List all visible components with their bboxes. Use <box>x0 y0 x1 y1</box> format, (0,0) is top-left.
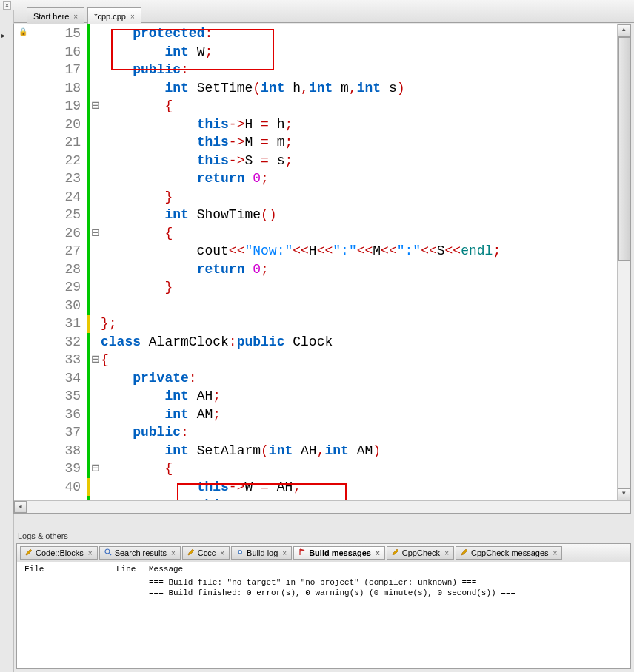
code-text[interactable]: this->H = h; <box>101 115 617 134</box>
fold-toggle-icon <box>90 406 101 424</box>
log-tab-label: Cccc <box>198 548 216 557</box>
code-line[interactable]: 37 public: <box>30 423 617 442</box>
code-text[interactable]: int SetTime(int h,int m,int s) <box>101 79 617 98</box>
code-text[interactable]: this->W = AH; <box>101 478 617 497</box>
code-line[interactable]: 29 } <box>30 278 617 297</box>
scroll-down-button[interactable]: ▾ <box>618 488 630 501</box>
line-number: 27 <box>30 242 87 261</box>
code-line[interactable]: 32 class AlarmClock:public Clock <box>30 333 617 352</box>
fold-toggle-icon <box>90 79 101 98</box>
code-line[interactable]: 23 return 0; <box>30 169 617 188</box>
log-tab[interactable]: Code::Blocks× <box>20 546 98 560</box>
code-line[interactable]: 15 protected: <box>30 24 617 43</box>
close-icon[interactable]: × <box>171 549 176 557</box>
log-tab[interactable]: Cccc× <box>182 546 230 560</box>
code-line[interactable]: 25 int ShowTime() <box>30 206 617 224</box>
code-line[interactable]: 35 int AH; <box>30 387 617 406</box>
sidebar-expand-icon[interactable]: ▸ <box>1 31 5 39</box>
code-text[interactable]: public: <box>101 423 617 442</box>
log-tab-label: Code::Blocks <box>36 548 84 557</box>
code-line[interactable]: 36 int AM; <box>30 406 617 424</box>
log-cell-line <box>116 578 149 587</box>
code-text[interactable]: { <box>101 351 617 369</box>
code-line[interactable]: 38 int SetAlarm(int AH,int AM) <box>30 442 617 460</box>
code-text[interactable]: private: <box>101 369 617 388</box>
line-number: 34 <box>30 369 87 388</box>
log-tab[interactable]: Build messages× <box>293 546 385 560</box>
code-text[interactable]: return 0; <box>101 169 617 188</box>
code-line[interactable]: 39⊟ { <box>30 460 617 478</box>
close-icon[interactable]: × <box>88 549 93 557</box>
close-icon[interactable]: × <box>130 13 135 21</box>
code-text[interactable]: int AH; <box>101 387 617 406</box>
code-text[interactable]: } <box>101 188 617 206</box>
code-line[interactable]: 21 this->M = m; <box>30 133 617 152</box>
log-tab[interactable]: CppCheck× <box>387 546 454 560</box>
scroll-left-button[interactable]: ◂ <box>14 501 27 513</box>
close-icon[interactable]: × <box>220 549 224 557</box>
fold-toggle-icon[interactable]: ⊟ <box>90 224 101 243</box>
code-text[interactable]: int AM; <box>101 406 617 424</box>
code-text[interactable]: class AlarmClock:public Clock <box>101 333 617 352</box>
code-line[interactable]: 31 }; <box>30 315 617 333</box>
code-line[interactable]: 20 this->H = h; <box>30 115 617 134</box>
editor-tab[interactable]: Start here× <box>27 7 84 25</box>
code-line[interactable]: 16 int W; <box>30 43 617 61</box>
fold-toggle-icon[interactable]: ⊟ <box>90 460 101 478</box>
code-text[interactable]: } <box>101 278 617 297</box>
editor-tab[interactable]: *cpp.cpp× <box>87 7 141 25</box>
log-tab[interactable]: Search results× <box>99 546 181 560</box>
fold-toggle-icon <box>90 369 101 388</box>
code-text[interactable]: int ShowTime() <box>101 206 617 224</box>
code-text[interactable]: }; <box>101 315 617 333</box>
top-toolbar: × Start here×*cpp.cpp× <box>0 0 634 23</box>
fold-toggle-icon[interactable]: ⊟ <box>90 351 101 369</box>
code-line[interactable]: 24 } <box>30 188 617 206</box>
horizontal-scrollbar[interactable]: ◂ <box>14 500 630 513</box>
code-text[interactable]: { <box>101 460 617 478</box>
line-number: 21 <box>30 133 87 152</box>
close-icon[interactable]: × <box>376 549 380 557</box>
code-line[interactable]: 34 private: <box>30 369 617 388</box>
scroll-up-button[interactable]: ▴ <box>618 24 630 37</box>
code-line[interactable]: 22 this->S = s; <box>30 152 617 170</box>
log-row[interactable]: === Build finished: 0 error(s), 0 warnin… <box>17 588 630 598</box>
code-text[interactable]: cout<<"Now:"<<H<<":"<<M<<":"<<S<<endl; <box>101 242 617 261</box>
code-line[interactable]: 28 return 0; <box>30 261 617 279</box>
code-text[interactable]: protected: <box>101 24 617 43</box>
code-text[interactable]: return 0; <box>101 261 617 279</box>
code-line[interactable]: 18 int SetTime(int h,int m,int s) <box>30 79 617 98</box>
code-text[interactable]: { <box>101 224 617 243</box>
fold-toggle-icon[interactable]: ⊟ <box>90 97 101 115</box>
pencil-icon <box>25 548 33 557</box>
vertical-scrollbar[interactable]: ▴ ▾ <box>617 24 630 501</box>
close-icon[interactable]: × <box>73 13 78 21</box>
code-line[interactable]: 30 <box>30 297 617 315</box>
code-line[interactable]: 19⊟ { <box>30 97 617 115</box>
code-editor[interactable]: 🔒 15 protected:16 int W;17 public:18 int… <box>13 24 631 514</box>
scroll-thumb[interactable] <box>618 37 631 261</box>
close-icon[interactable]: × <box>282 549 287 557</box>
code-line[interactable]: 33⊟{ <box>30 351 617 369</box>
code-text[interactable]: this->M = m; <box>101 133 617 152</box>
code-line[interactable]: 40 this->W = AH; <box>30 478 617 497</box>
readonly-lock-icon: 🔒 <box>19 27 27 36</box>
code-text[interactable]: int W; <box>101 43 617 61</box>
code-line[interactable]: 27 cout<<"Now:"<<H<<":"<<M<<":"<<S<<endl… <box>30 242 617 261</box>
close-icon[interactable]: × <box>444 549 449 557</box>
log-row[interactable]: === Build file: "no target" in "no proje… <box>17 577 630 588</box>
toolbar-close-icon[interactable]: × <box>3 1 11 10</box>
line-number: 33 <box>30 351 87 369</box>
log-tab[interactable]: Build log× <box>231 546 292 560</box>
log-tab[interactable]: CppCheck messages× <box>456 546 562 560</box>
code-text[interactable]: public: <box>101 61 617 79</box>
code-text[interactable]: this->S = s; <box>101 152 617 170</box>
code-body[interactable]: 15 protected:16 int W;17 public:18 int S… <box>30 24 617 501</box>
code-text[interactable]: { <box>101 97 617 115</box>
code-line[interactable]: 17 public: <box>30 61 617 79</box>
close-icon[interactable]: × <box>553 549 558 557</box>
code-line[interactable]: 26⊟ { <box>30 224 617 243</box>
code-text[interactable]: int SetAlarm(int AH,int AM) <box>101 442 617 460</box>
log-header-line: Line <box>116 565 149 574</box>
line-number: 36 <box>30 406 87 424</box>
